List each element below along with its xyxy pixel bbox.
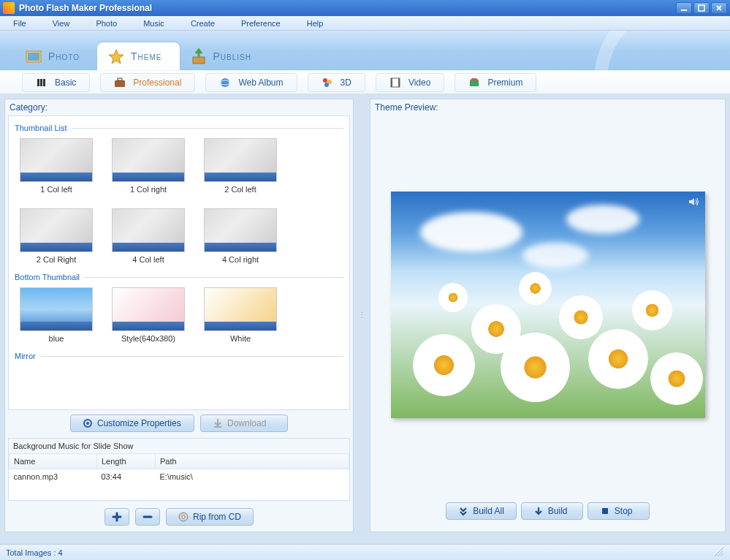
splitter[interactable]: ⋮ <box>360 99 364 532</box>
menu-music[interactable]: Music <box>137 18 185 29</box>
category-area[interactable]: Thumbnail List 1 Col left 1 Col right 2 … <box>8 116 350 410</box>
resize-grip[interactable] <box>714 547 724 559</box>
svg-rect-5 <box>193 57 205 64</box>
theme-thumb[interactable]: 2 Col left <box>200 138 281 194</box>
preview-image <box>391 192 705 418</box>
theme-thumb[interactable]: Style(640x380) <box>108 287 189 343</box>
double-down-icon <box>458 506 468 516</box>
cell-path: E:\music\ <box>156 469 349 485</box>
svg-rect-8 <box>43 79 45 86</box>
tab-label: Publish <box>213 50 251 62</box>
thumb-label: 4 Col right <box>200 255 281 264</box>
sub-webalbum[interactable]: Web Album <box>205 73 297 92</box>
thumb-label: 2 Col left <box>200 185 281 194</box>
download-icon <box>213 418 223 428</box>
build-button[interactable]: Build <box>521 502 583 520</box>
svg-rect-0 <box>681 10 687 11</box>
rip-from-cd-button[interactable]: Rip from CD <box>166 508 254 526</box>
music-table: Name Length Path cannon.mp3 03:44 E:\mus… <box>9 453 349 500</box>
plus-icon <box>112 512 122 522</box>
basic-icon <box>36 77 47 88</box>
maximize-button[interactable] <box>693 2 710 14</box>
svg-rect-3 <box>28 53 39 61</box>
group-mirror: Mirror <box>15 352 343 360</box>
customize-properties-button[interactable]: Customize Properties <box>70 415 194 432</box>
menubar: File View Photo Music Create Preference … <box>0 16 730 31</box>
stop-icon <box>600 506 610 516</box>
download-button[interactable]: Download <box>200 415 288 432</box>
thumb-label: 4 Col left <box>108 255 189 264</box>
svg-point-24 <box>182 515 185 518</box>
build-all-button[interactable]: Build All <box>446 502 517 520</box>
svg-rect-10 <box>118 78 122 80</box>
button-label: Stop <box>615 506 633 516</box>
col-path[interactable]: Path <box>156 454 349 469</box>
thumb-label: Style(640x380) <box>108 334 189 343</box>
app-title: Photo Flash Maker Professional <box>19 3 676 13</box>
sound-icon[interactable] <box>688 196 699 208</box>
svg-rect-25 <box>602 508 608 514</box>
total-images-label: Total Images : 4 <box>6 548 63 557</box>
col-length[interactable]: Length <box>97 454 156 469</box>
svg-point-13 <box>323 78 327 83</box>
category-panel: Category: Thumbnail List 1 Col left 1 Co… <box>4 99 354 532</box>
sub-3d[interactable]: 3D <box>308 73 365 92</box>
statusbar: Total Images : 4 <box>0 544 730 560</box>
menu-view[interactable]: View <box>47 18 91 29</box>
sub-video[interactable]: Video <box>376 73 444 92</box>
theme-thumb[interactable]: 4 Col right <box>200 208 281 264</box>
svg-rect-9 <box>115 80 125 87</box>
button-label: Build All <box>473 506 504 516</box>
category-label: Category: <box>5 99 353 116</box>
globe-icon <box>219 77 231 88</box>
svg-rect-1 <box>699 5 704 11</box>
tab-photo[interactable]: Photo <box>15 42 97 70</box>
preview-frame <box>391 192 705 418</box>
theme-thumb[interactable]: 1 Col right <box>108 138 189 194</box>
svg-rect-6 <box>37 79 39 86</box>
table-row[interactable]: cannon.mp3 03:44 E:\music\ <box>9 469 349 485</box>
stop-button[interactable]: Stop <box>588 502 650 520</box>
gear-icon <box>83 418 93 428</box>
svg-point-11 <box>221 78 229 87</box>
menu-preference[interactable]: Preference <box>235 18 301 29</box>
balls-icon <box>322 77 333 88</box>
close-button[interactable] <box>711 2 727 14</box>
menu-help[interactable]: Help <box>301 18 344 29</box>
menu-file[interactable]: File <box>7 18 47 29</box>
svg-point-15 <box>324 83 329 87</box>
thumb-label: 1 Col left <box>16 185 96 194</box>
theme-thumb[interactable]: 2 Col Right <box>16 208 96 264</box>
theme-thumb[interactable]: 1 Col left <box>16 138 96 194</box>
tab-label: Photo <box>48 50 80 62</box>
music-box: Background Music for Slide Show Name Len… <box>8 438 350 501</box>
menu-create[interactable]: Create <box>185 18 235 29</box>
tab-theme[interactable]: Theme <box>97 42 179 70</box>
sub-basic[interactable]: Basic <box>22 73 90 92</box>
theme-icon <box>107 48 125 64</box>
theme-thumb[interactable]: 4 Col left <box>108 208 189 264</box>
button-label: Customize Properties <box>97 418 181 428</box>
sub-label: Professional <box>133 77 181 88</box>
film-icon <box>389 77 401 88</box>
svg-rect-18 <box>398 78 400 87</box>
svg-point-22 <box>86 422 89 425</box>
thumb-label: 2 Col Right <box>16 255 96 264</box>
sub-toolbar: Basic Professional Web Album 3D Video Pr… <box>0 71 730 94</box>
group-bottom-thumbnail: Bottom Thumbnail <box>15 273 343 281</box>
minus-icon <box>142 512 153 522</box>
theme-thumb[interactable]: blue <box>16 287 96 343</box>
theme-thumb[interactable]: White <box>200 287 281 343</box>
cell-name: cannon.mp3 <box>9 469 97 485</box>
menu-photo[interactable]: Photo <box>90 18 137 29</box>
tab-publish[interactable]: Publish <box>180 42 269 70</box>
remove-music-button[interactable] <box>135 508 160 526</box>
sub-professional[interactable]: Professional <box>100 73 195 92</box>
add-music-button[interactable] <box>104 508 129 526</box>
minimize-button[interactable] <box>676 2 692 14</box>
preview-panel: Theme Preview: Build All Build <box>370 99 726 532</box>
sub-premium[interactable]: Premium <box>455 73 536 92</box>
sub-label: Premium <box>487 77 522 88</box>
col-name[interactable]: Name <box>9 454 97 469</box>
button-label: Download <box>227 418 266 428</box>
